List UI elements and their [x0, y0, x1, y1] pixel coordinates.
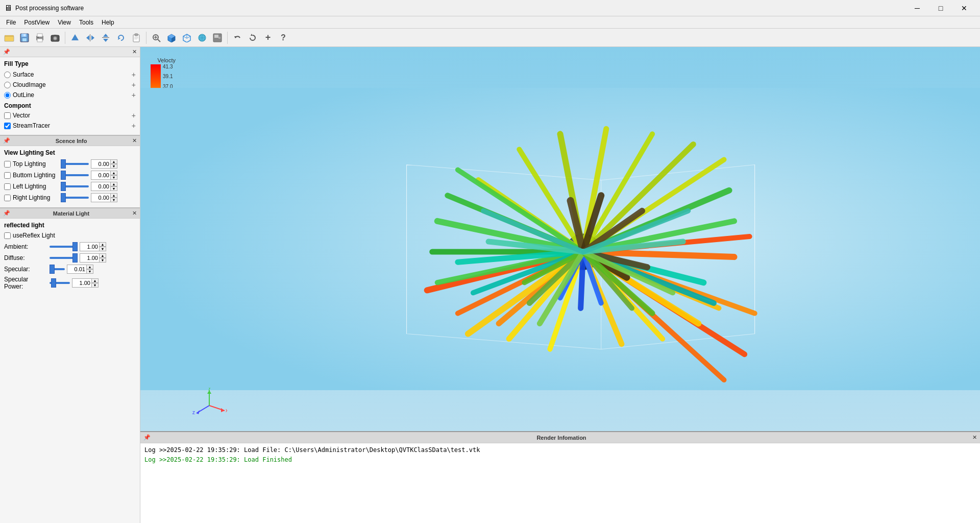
- log-line-2: Log >>2025-02-22 19:35:29: Load Finished: [144, 455, 976, 465]
- minimize-button[interactable]: ─: [905, 0, 929, 16]
- diffuse-input[interactable]: [80, 253, 99, 263]
- ambient-down[interactable]: ▼: [99, 247, 106, 251]
- ambient-label: Ambient:: [4, 243, 47, 250]
- toolbar-flip-v[interactable]: [99, 31, 113, 45]
- close-button[interactable]: ✕: [952, 0, 976, 16]
- specular-down[interactable]: ▼: [86, 269, 93, 274]
- surface-plus[interactable]: +: [132, 70, 136, 79]
- menu-file[interactable]: File: [2, 18, 20, 27]
- right-lighting-check[interactable]: [4, 195, 11, 201]
- left-lighting-check[interactable]: [4, 183, 11, 190]
- scene-close-icon[interactable]: ✕: [132, 137, 137, 144]
- toolbar-cube-blue[interactable]: [164, 31, 179, 45]
- specular-power-up[interactable]: ▲: [91, 278, 99, 283]
- fill-surface-radio[interactable]: [4, 72, 11, 78]
- ambient-up[interactable]: ▲: [99, 242, 106, 247]
- bottom-lighting-slider[interactable]: [61, 174, 89, 176]
- toolbar-cube-outline[interactable]: [180, 31, 194, 45]
- svg-rect-6: [23, 34, 26, 36]
- toolbar-save2[interactable]: [210, 31, 225, 45]
- top-lighting-slider[interactable]: [61, 163, 89, 165]
- left-lighting-spin: ▲ ▼: [91, 182, 117, 191]
- right-lighting-label: Right Lighting: [13, 194, 59, 201]
- material-content: reflected light useReflex Light Ambient:…: [0, 219, 140, 295]
- toolbar-zoom[interactable]: [149, 31, 163, 45]
- top-lighting-input[interactable]: [91, 159, 110, 169]
- bottom-lighting-up[interactable]: ▲: [110, 171, 117, 175]
- diffuse-down[interactable]: ▼: [99, 258, 106, 263]
- toolbar-sphere[interactable]: [195, 31, 209, 45]
- svg-line-29: [158, 39, 160, 42]
- streamtracer-check[interactable]: [4, 123, 11, 129]
- toolbar-up[interactable]: [68, 31, 82, 45]
- toolbar-help[interactable]: ?: [276, 31, 290, 45]
- render-panel-header: 📌 Render Infomation ✕: [140, 432, 980, 443]
- top-lighting-row: Top Lighting ▲ ▼: [4, 159, 136, 169]
- specular-up[interactable]: ▲: [86, 265, 93, 269]
- material-close-icon[interactable]: ✕: [132, 210, 137, 217]
- toolbar-undo[interactable]: [230, 31, 244, 45]
- toolbar-save[interactable]: [17, 31, 32, 45]
- menu-help[interactable]: Help: [97, 18, 118, 27]
- maximize-button[interactable]: □: [929, 0, 952, 16]
- svg-rect-2: [5, 36, 14, 41]
- ambient-input[interactable]: [80, 242, 99, 251]
- render-close-icon[interactable]: ✕: [972, 434, 977, 441]
- ambient-slider[interactable]: [50, 246, 78, 248]
- svg-marker-18: [91, 35, 94, 40]
- right-lighting-up[interactable]: ▲: [110, 193, 117, 198]
- menu-bar: File PostView View Tools Help: [0, 16, 980, 29]
- vector-check[interactable]: [4, 112, 11, 119]
- menu-postview[interactable]: PostView: [20, 18, 54, 27]
- toolbar-refresh[interactable]: [246, 31, 260, 45]
- outline-plus[interactable]: +: [132, 91, 136, 99]
- diffuse-up[interactable]: ▲: [99, 253, 106, 258]
- fill-outline-radio[interactable]: [4, 92, 11, 99]
- ambient-spinbtns: ▲ ▼: [99, 242, 106, 251]
- bottom-lighting-input[interactable]: [91, 171, 110, 180]
- right-lighting-input[interactable]: [91, 193, 110, 202]
- menu-view[interactable]: View: [54, 18, 75, 27]
- toolbar-open[interactable]: [2, 31, 16, 45]
- left-lighting-input[interactable]: [91, 182, 110, 191]
- cloud-plus[interactable]: +: [132, 81, 136, 89]
- specular-power-input[interactable]: [72, 278, 91, 288]
- specular-slider[interactable]: [50, 268, 65, 270]
- app-icon: 🖥: [4, 4, 12, 13]
- top-lighting-down[interactable]: ▼: [110, 164, 117, 169]
- toolbar-flip-h[interactable]: [83, 31, 97, 45]
- left-lighting-slider[interactable]: [61, 185, 89, 187]
- toolbar-print[interactable]: [33, 31, 47, 45]
- svg-line-38: [183, 36, 187, 38]
- close-panel-icon[interactable]: ✕: [132, 49, 137, 55]
- specular-power-slider[interactable]: [50, 282, 70, 284]
- top-lighting-up[interactable]: ▲: [110, 159, 117, 164]
- toolbar-clipboard[interactable]: [129, 31, 143, 45]
- title-bar: 🖥 Post processing software ─ □ ✕: [0, 0, 980, 16]
- fill-cloud-radio[interactable]: [4, 82, 11, 88]
- specular-input[interactable]: [67, 265, 86, 274]
- vector-plus[interactable]: +: [132, 111, 136, 120]
- bottom-lighting-check[interactable]: [4, 172, 11, 179]
- left-panel: 📌 ✕ Fill Type Surface + CloudImage + Out…: [0, 47, 140, 523]
- bottom-lighting-spin: ▲ ▼: [91, 171, 117, 180]
- right-lighting-slider[interactable]: [61, 197, 89, 199]
- axes-indicator: x y z: [191, 388, 222, 418]
- diffuse-slider[interactable]: [50, 257, 78, 259]
- 3d-visualization: [140, 47, 980, 431]
- streamtracer-label: StreamTracer: [13, 122, 130, 129]
- viewport[interactable]: Velocty 41.339.137.034.932.830.628.526.4…: [140, 47, 980, 431]
- left-lighting-down[interactable]: ▼: [110, 186, 117, 191]
- toolbar-screenshot[interactable]: [48, 31, 62, 45]
- toolbar-add[interactable]: +: [261, 31, 275, 45]
- menu-tools[interactable]: Tools: [75, 18, 97, 27]
- left-lighting-up[interactable]: ▲: [110, 182, 117, 186]
- top-lighting-spin: ▲ ▼: [91, 159, 117, 169]
- toolbar-rotate[interactable]: [114, 31, 128, 45]
- streamtracer-plus[interactable]: +: [132, 122, 136, 130]
- right-lighting-down[interactable]: ▼: [110, 198, 117, 202]
- specular-power-down[interactable]: ▼: [91, 283, 99, 288]
- use-reflex-check[interactable]: [4, 232, 11, 239]
- top-lighting-check[interactable]: [4, 161, 11, 168]
- bottom-lighting-down[interactable]: ▼: [110, 175, 117, 180]
